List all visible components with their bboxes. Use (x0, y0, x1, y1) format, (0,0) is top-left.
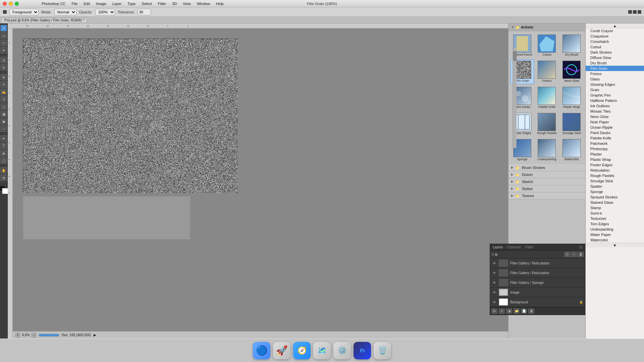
opacity-select[interactable]: 100% (95, 9, 115, 15)
gradient-tool[interactable]: ▦ (0, 111, 7, 117)
dropdown-item-underpainting[interactable]: Underpainting (586, 227, 644, 232)
blur-tool[interactable]: ◉ (0, 118, 7, 125)
layer-visibility-4[interactable]: 👁 (492, 300, 497, 304)
menu-select[interactable]: Select (139, 1, 155, 6)
menu-help[interactable]: Help (213, 1, 226, 6)
zoom-in-button[interactable]: + (15, 333, 20, 338)
scroll-up-button[interactable]: ▲ (586, 23, 644, 28)
tolerance-input[interactable] (138, 9, 151, 15)
dock-app4[interactable]: ⚙️ (333, 342, 351, 359)
magic-wand-tool[interactable]: ✦ (0, 47, 7, 54)
dock-maps[interactable]: 🗺️ (313, 342, 331, 359)
dock-safari[interactable]: 🧭 (293, 342, 311, 359)
fx-button[interactable]: fx (491, 308, 497, 314)
dropdown-item-graphic-pen[interactable]: Graphic Pen (586, 93, 644, 98)
clone-tool[interactable]: ✍ (0, 88, 7, 95)
dropdown-item-rough-pastels[interactable]: Rough Pastels (586, 173, 644, 178)
layers-menu-icon[interactable]: ☰ (579, 245, 582, 249)
menu-layer[interactable]: Layer (110, 1, 124, 6)
filter-thumb-cutout[interactable]: Cutout (535, 33, 559, 58)
filter-thumb-smudge-stick[interactable]: Smudge Stick (560, 112, 583, 136)
sub-category-brush-strokes[interactable]: 📁Brush Strokes (508, 164, 585, 171)
hand-tool[interactable]: ✋ (0, 167, 7, 174)
group-layer-button[interactable]: 📁 (514, 308, 520, 314)
new-layer-button[interactable]: + (571, 252, 577, 257)
dropdown-item-paint-daubs[interactable]: Paint Daubs (586, 130, 644, 135)
layer-item-1[interactable]: 👁Filter Gallery / Reticulation (490, 268, 585, 278)
foreground-select[interactable]: Foreground (9, 9, 39, 15)
dropdown-item-spatter[interactable]: Spatter (586, 184, 644, 189)
type-tool[interactable]: T (0, 142, 7, 149)
filter-thumb-dry-brush[interactable]: Dry Brush (560, 33, 583, 58)
dropdown-item-glowing-edges[interactable]: Glowing Edges (586, 82, 644, 87)
mask-button[interactable]: ⊙ (499, 308, 505, 314)
dock-launchpad[interactable]: 🚀 (273, 342, 290, 359)
dropdown-item-photocopy[interactable]: Photocopy (586, 146, 644, 152)
dropdown-item-plastic-wrap[interactable]: Plastic Wrap (586, 157, 644, 162)
adjustment-button[interactable]: ◑ (506, 308, 512, 314)
dock-trash[interactable]: 🗑️ (374, 342, 391, 359)
menu-edit[interactable]: Edit (81, 1, 93, 6)
dropdown-item-ocean-ripple[interactable]: Ocean Ripple (586, 125, 644, 130)
dropdown-item-plaster[interactable]: Plaster (586, 152, 644, 157)
dropdown-item-sponge[interactable]: Sponge (586, 189, 644, 194)
maximize-button[interactable] (15, 2, 19, 6)
close-button[interactable] (3, 2, 7, 6)
menu-view[interactable]: View (180, 1, 194, 6)
layer-visibility-2[interactable]: 👁 (492, 280, 497, 285)
scroll-down-button[interactable]: ▼ (586, 243, 644, 247)
window-buttons[interactable] (0, 2, 19, 6)
dropdown-item-dry-brush[interactable]: Dry Brush (586, 60, 644, 66)
sub-category-sketch[interactable]: 📁Sketch (508, 178, 585, 185)
layer-item-0[interactable]: 👁Filter Gallery / Reticulation (490, 258, 585, 268)
menu-3d[interactable]: 3D (169, 1, 179, 6)
dropdown-item-stamp[interactable]: Stamp (586, 205, 644, 210)
zoom-out-button[interactable]: - (32, 333, 36, 338)
dropdown-item-stained-glass[interactable]: Stained Glass (586, 200, 644, 205)
zoom-tool[interactable]: ⊕ (0, 174, 7, 181)
layers-filter-icon[interactable]: ▦ (495, 253, 498, 256)
dropdown-item-palette-knife[interactable]: Palette Knife (586, 135, 644, 141)
dropdown-item-dark-strokes[interactable]: Dark Strokes (586, 50, 644, 55)
dropdown-item-neon-glow[interactable]: Neon Glow (586, 114, 644, 119)
path-tool[interactable]: ◈ (0, 150, 7, 157)
dropdown-item-glass[interactable]: Glass (586, 76, 644, 82)
sub-category-stylize[interactable]: 📁Stylize (508, 185, 585, 192)
filter-thumb-palette-knife[interactable]: Palette Knife (535, 85, 559, 110)
menu-file[interactable]: File (69, 1, 80, 6)
filter-thumb-plastic-wrap[interactable]: Plastic Wrap (560, 85, 583, 110)
history-tool[interactable]: ↺ (0, 96, 7, 103)
dropdown-item-cutout[interactable]: Cutout (586, 44, 644, 50)
dropdown-item-ink-outlines[interactable]: Ink Outlines (586, 103, 644, 109)
create-layer-button[interactable]: 📄 (521, 308, 527, 314)
move-tool[interactable]: ✛ (0, 25, 7, 32)
dropdown-item-grain[interactable]: Grain (586, 87, 644, 93)
dropdown-item-patchwork[interactable]: Patchwork (586, 141, 644, 146)
dropdown-item-craquelure[interactable]: Craquelure (586, 34, 644, 39)
doc-arrow[interactable]: ▶ (94, 333, 96, 337)
menu-window[interactable]: Window (194, 1, 213, 6)
minimize-button[interactable] (9, 2, 13, 6)
layers-tab[interactable]: Layers (493, 245, 503, 249)
paths-tab[interactable]: Paths (525, 245, 534, 249)
dock-photoshop[interactable]: Ps (354, 342, 371, 359)
delete-layer-button-2[interactable]: 🗑 (528, 308, 534, 314)
dropdown-item-reticulation[interactable]: Reticulation (586, 168, 644, 173)
lasso-tool[interactable]: ⊂ (0, 40, 7, 46)
filter-thumb-fresco[interactable]: Fresco (535, 59, 559, 84)
slice-tool[interactable]: ⊘ (0, 64, 7, 71)
filter-thumb-watercolor[interactable]: Watercolor (560, 138, 583, 163)
layer-item-4[interactable]: 👁Background🔒 (490, 297, 585, 307)
dropdown-item-sumi-e[interactable]: Sumi-e (586, 210, 644, 216)
background-color[interactable] (2, 188, 8, 194)
filter-thumb-neon-glow[interactable]: Neon Glow (560, 59, 583, 84)
dropdown-item-smudge-stick[interactable]: Smudge Stick (586, 178, 644, 184)
dropdown-item-texturizer[interactable]: Texturizer (586, 216, 644, 221)
dropdown-item-film-grain[interactable]: Film Grain (586, 66, 644, 71)
layer-visibility-0[interactable]: 👁 (492, 261, 497, 265)
filter-scroll-thumb[interactable] (513, 51, 517, 61)
sub-category-distort[interactable]: 📁Distort (508, 171, 585, 178)
healing-tool[interactable]: ⊕ (0, 74, 7, 80)
document-tab[interactable]: Psd.psd @ 8,6% (Filter Gallery / Film Gr… (1, 18, 87, 22)
dropdown-item-note-paper[interactable]: Note Paper (586, 119, 644, 125)
